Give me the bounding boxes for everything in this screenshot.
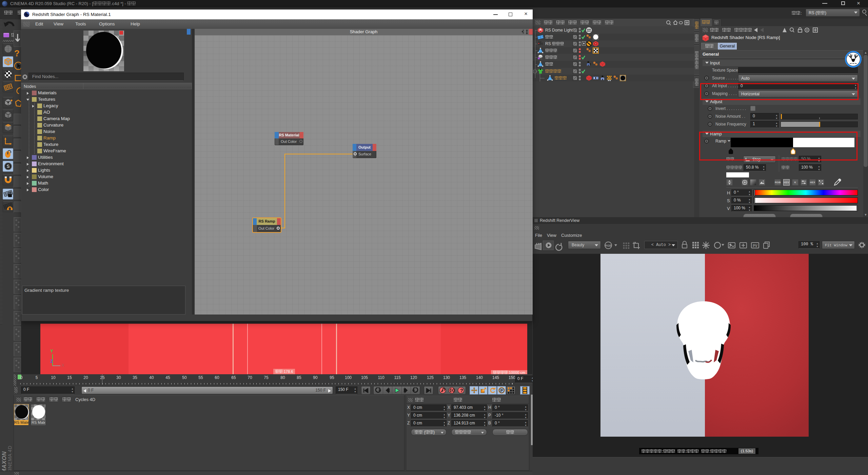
svg-text:P: P (500, 388, 503, 393)
svg-text:!: ! (590, 62, 591, 66)
svg-text:S: S (6, 164, 9, 169)
svg-text:RGB: RGB (605, 244, 612, 247)
svg-text:PV: PV (753, 244, 757, 248)
